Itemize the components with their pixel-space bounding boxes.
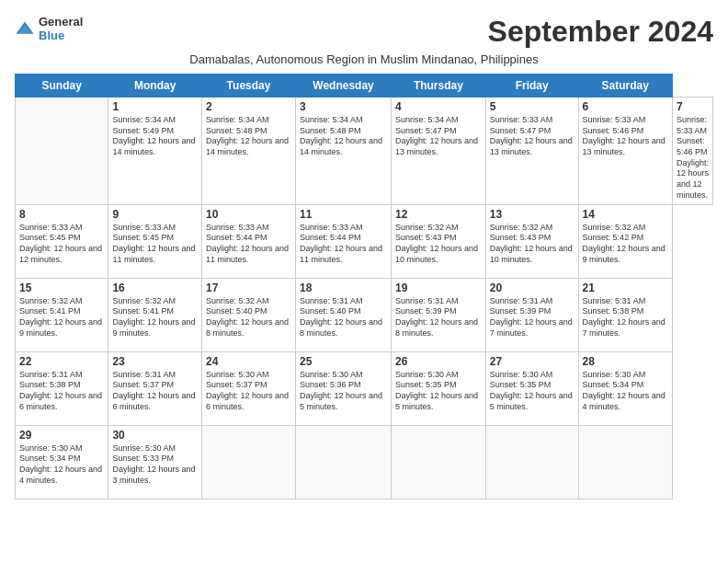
month-title: September 2024 (488, 15, 713, 49)
day-info: Sunrise: 5:34 AMSunset: 5:48 PMDaylight:… (206, 115, 291, 158)
day-number: 12 (395, 208, 482, 221)
day-info: Sunrise: 5:34 AMSunset: 5:49 PMDaylight:… (112, 115, 198, 158)
table-row: 1Sunrise: 5:34 AMSunset: 5:49 PMDaylight… (108, 98, 202, 205)
day-info: Sunrise: 5:34 AMSunset: 5:48 PMDaylight:… (300, 115, 387, 158)
day-number: 17 (206, 282, 291, 294)
table-row (485, 425, 578, 499)
day-number: 9 (112, 208, 198, 221)
day-info: Sunrise: 5:33 AMSunset: 5:45 PMDaylight:… (19, 223, 104, 266)
table-row: 27Sunrise: 5:30 AMSunset: 5:35 PMDayligh… (485, 351, 578, 425)
day-number: 25 (300, 355, 387, 368)
table-row: 18Sunrise: 5:31 AMSunset: 5:40 PMDayligh… (295, 278, 391, 351)
table-row: 28Sunrise: 5:30 AMSunset: 5:34 PMDayligh… (578, 351, 672, 425)
day-info: Sunrise: 5:33 AMSunset: 5:44 PMDaylight:… (206, 223, 291, 266)
logo-blue: Blue (39, 29, 83, 42)
day-number: 7 (677, 100, 709, 113)
day-number: 30 (112, 429, 198, 442)
day-info: Sunrise: 5:30 AMSunset: 5:34 PMDaylight:… (583, 370, 668, 413)
day-number: 27 (490, 355, 574, 368)
table-row: 14Sunrise: 5:32 AMSunset: 5:42 PMDayligh… (578, 204, 672, 278)
table-row: 20Sunrise: 5:31 AMSunset: 5:39 PMDayligh… (485, 278, 578, 351)
table-row: 30Sunrise: 5:30 AMSunset: 5:33 PMDayligh… (108, 425, 202, 499)
col-header-friday: Friday (485, 75, 578, 98)
day-info: Sunrise: 5:33 AMSunset: 5:46 PMDaylight:… (583, 115, 668, 158)
day-number: 29 (19, 429, 104, 442)
table-row: 22Sunrise: 5:31 AMSunset: 5:38 PMDayligh… (16, 351, 108, 425)
day-number: 19 (395, 282, 482, 294)
day-number: 3 (300, 100, 387, 113)
table-row: 26Sunrise: 5:30 AMSunset: 5:35 PMDayligh… (392, 351, 486, 425)
table-row: 16Sunrise: 5:32 AMSunset: 5:41 PMDayligh… (108, 278, 202, 351)
col-header-saturday: Saturday (578, 75, 672, 98)
day-number: 18 (300, 282, 387, 294)
table-row: 25Sunrise: 5:30 AMSunset: 5:36 PMDayligh… (295, 351, 391, 425)
day-number: 16 (112, 282, 198, 294)
day-number: 15 (19, 282, 104, 294)
table-row: 4Sunrise: 5:34 AMSunset: 5:47 PMDaylight… (392, 98, 486, 205)
col-header-monday: Monday (108, 75, 202, 98)
table-row: 29Sunrise: 5:30 AMSunset: 5:34 PMDayligh… (16, 425, 108, 499)
day-info: Sunrise: 5:30 AMSunset: 5:34 PMDaylight:… (19, 443, 104, 487)
table-row: 3Sunrise: 5:34 AMSunset: 5:48 PMDaylight… (295, 98, 391, 205)
logo: General Blue (15, 15, 83, 42)
table-row: 8Sunrise: 5:33 AMSunset: 5:45 PMDaylight… (16, 204, 108, 278)
table-row: 11Sunrise: 5:33 AMSunset: 5:44 PMDayligh… (295, 204, 391, 278)
table-row: 2Sunrise: 5:34 AMSunset: 5:48 PMDaylight… (202, 98, 296, 205)
day-number: 26 (395, 355, 482, 368)
day-info: Sunrise: 5:32 AMSunset: 5:41 PMDaylight:… (112, 296, 198, 339)
table-row (578, 425, 672, 499)
table-row: 9Sunrise: 5:33 AMSunset: 5:45 PMDaylight… (108, 204, 202, 278)
day-number: 6 (583, 100, 668, 113)
table-row: 23Sunrise: 5:31 AMSunset: 5:37 PMDayligh… (108, 351, 202, 425)
subtitle: Damabalas, Autonomous Region in Muslim M… (15, 52, 713, 66)
day-info: Sunrise: 5:31 AMSunset: 5:39 PMDaylight:… (490, 296, 574, 339)
col-header-tuesday: Tuesday (202, 75, 296, 98)
day-number: 2 (206, 100, 291, 113)
day-number: 20 (490, 282, 574, 294)
day-number: 22 (19, 355, 104, 368)
day-number: 8 (19, 208, 104, 221)
calendar-table: SundayMondayTuesdayWednesdayThursdayFrid… (15, 74, 713, 500)
day-number: 1 (112, 100, 198, 113)
day-info: Sunrise: 5:30 AMSunset: 5:37 PMDaylight:… (206, 370, 291, 413)
day-info: Sunrise: 5:30 AMSunset: 5:36 PMDaylight:… (300, 370, 387, 413)
header: General Blue September 2024 (15, 15, 713, 49)
day-info: Sunrise: 5:34 AMSunset: 5:47 PMDaylight:… (395, 115, 482, 158)
logo-general: General (39, 15, 83, 29)
day-info: Sunrise: 5:31 AMSunset: 5:37 PMDaylight:… (112, 370, 198, 413)
day-info: Sunrise: 5:33 AMSunset: 5:45 PMDaylight:… (112, 223, 198, 266)
day-info: Sunrise: 5:31 AMSunset: 5:38 PMDaylight:… (19, 370, 104, 413)
day-number: 23 (112, 355, 198, 368)
table-row: 6Sunrise: 5:33 AMSunset: 5:46 PMDaylight… (578, 98, 672, 205)
table-row (16, 98, 108, 205)
day-info: Sunrise: 5:33 AMSunset: 5:46 PMDaylight:… (677, 115, 709, 201)
day-info: Sunrise: 5:32 AMSunset: 5:40 PMDaylight:… (206, 296, 291, 339)
day-number: 4 (395, 100, 482, 113)
day-number: 5 (490, 100, 574, 113)
day-info: Sunrise: 5:30 AMSunset: 5:35 PMDaylight:… (395, 370, 482, 413)
day-info: Sunrise: 5:32 AMSunset: 5:43 PMDaylight:… (395, 223, 482, 266)
day-info: Sunrise: 5:31 AMSunset: 5:38 PMDaylight:… (583, 296, 668, 339)
table-row: 12Sunrise: 5:32 AMSunset: 5:43 PMDayligh… (392, 204, 486, 278)
day-info: Sunrise: 5:32 AMSunset: 5:41 PMDaylight:… (19, 296, 104, 339)
table-row: 13Sunrise: 5:32 AMSunset: 5:43 PMDayligh… (485, 204, 578, 278)
col-header-sunday: Sunday (16, 75, 108, 98)
day-info: Sunrise: 5:30 AMSunset: 5:33 PMDaylight:… (112, 443, 198, 487)
day-number: 28 (583, 355, 668, 368)
day-number: 14 (583, 208, 668, 221)
col-header-wednesday: Wednesday (295, 75, 391, 98)
table-row (202, 425, 296, 499)
table-row (392, 425, 486, 499)
table-row: 7Sunrise: 5:33 AMSunset: 5:46 PMDaylight… (672, 98, 712, 205)
table-row (295, 425, 391, 499)
table-row: 19Sunrise: 5:31 AMSunset: 5:39 PMDayligh… (392, 278, 486, 351)
day-info: Sunrise: 5:33 AMSunset: 5:47 PMDaylight:… (490, 115, 574, 158)
day-info: Sunrise: 5:33 AMSunset: 5:44 PMDaylight:… (300, 223, 387, 266)
logo-icon (15, 20, 35, 37)
day-info: Sunrise: 5:31 AMSunset: 5:40 PMDaylight:… (300, 296, 387, 339)
day-info: Sunrise: 5:31 AMSunset: 5:39 PMDaylight:… (395, 296, 482, 339)
day-number: 10 (206, 208, 291, 221)
table-row: 10Sunrise: 5:33 AMSunset: 5:44 PMDayligh… (202, 204, 296, 278)
table-row: 24Sunrise: 5:30 AMSunset: 5:37 PMDayligh… (202, 351, 296, 425)
day-info: Sunrise: 5:32 AMSunset: 5:43 PMDaylight:… (490, 223, 574, 266)
